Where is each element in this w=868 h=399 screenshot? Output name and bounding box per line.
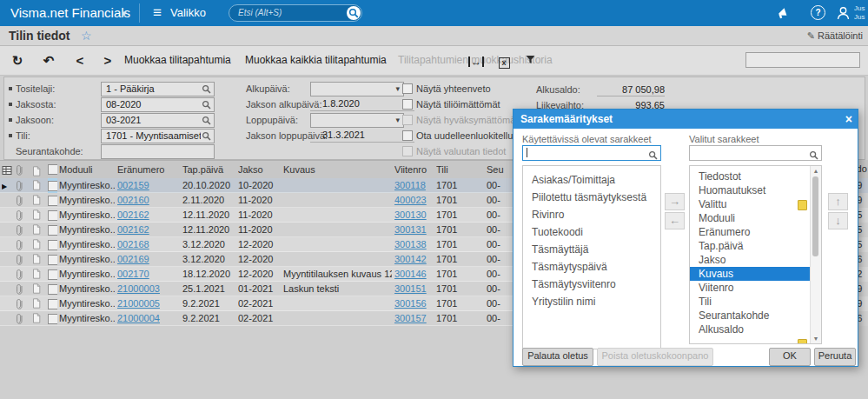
menu-icon[interactable]: ≡ <box>153 0 162 26</box>
note-icon[interactable] <box>32 282 46 296</box>
checkbox-2[interactable] <box>402 99 413 110</box>
available-column-item[interactable]: Täsmäytysviitenro <box>523 276 660 293</box>
available-search-input[interactable] <box>522 145 661 161</box>
available-column-item[interactable]: Tuotekoodi <box>523 223 660 241</box>
paperclip-icon[interactable] <box>16 208 30 223</box>
lookup-magnifier-icon[interactable] <box>202 100 211 113</box>
paperclip-icon[interactable] <box>16 282 30 296</box>
row-checkbox[interactable] <box>48 181 57 191</box>
note-icon[interactable] <box>32 223 46 237</box>
filter-lookup-input[interactable]: 03-2021 <box>101 113 215 128</box>
batch-number-link[interactable]: 002170 <box>117 269 149 279</box>
list-scrollbar[interactable]: ▲ ▼ <box>810 166 821 343</box>
row-checkbox[interactable] <box>48 284 57 295</box>
filter-lookup-input[interactable]: 08-2020 <box>101 97 215 112</box>
selected-column-item[interactable]: Tiedostot <box>690 170 811 183</box>
menu-button[interactable]: Valikko <box>170 0 206 26</box>
move-left-button[interactable]: ← <box>665 212 685 229</box>
batch-number-link[interactable]: 002168 <box>117 239 149 249</box>
grid-header-cell-date[interactable]: Tap.päivä <box>182 161 235 178</box>
edit-all-entries-button[interactable]: Muokkaa kaikkia tilitapahtumia <box>245 46 387 75</box>
available-column-item[interactable]: Piilotettu täsmäytyksestä <box>523 189 660 206</box>
paperclip-icon[interactable] <box>16 161 30 178</box>
search-icon[interactable] <box>347 6 361 20</box>
paperclip-icon[interactable] <box>16 193 30 208</box>
selected-search-input[interactable] <box>689 145 822 161</box>
user-icon[interactable] <box>836 5 851 24</box>
note-icon[interactable] <box>32 208 46 223</box>
checkbox-4[interactable] <box>402 130 413 141</box>
batch-number-link[interactable]: 002162 <box>117 224 149 235</box>
grid-settings-icon[interactable] <box>2 161 14 178</box>
reference-number-link[interactable]: 300151 <box>394 283 427 294</box>
available-column-item[interactable]: Täsmäyttäjä <box>523 241 660 258</box>
select-all-checkbox[interactable] <box>48 164 57 175</box>
reference-number-link[interactable]: 400023 <box>394 195 427 205</box>
reference-number-link[interactable]: 300138 <box>394 239 427 249</box>
available-column-item[interactable]: Täsmäytyspäivä <box>523 258 660 276</box>
row-checkbox[interactable] <box>48 225 57 236</box>
lookup-magnifier-icon[interactable] <box>202 84 211 97</box>
selected-column-item[interactable]: Alkusaldo <box>690 323 811 336</box>
note-icon[interactable] <box>32 193 46 208</box>
undo-icon[interactable]: ↶ <box>38 46 59 75</box>
note-icon[interactable] <box>32 178 46 193</box>
available-column-item[interactable]: Yritystilin nimi <box>523 293 660 310</box>
favorite-star-icon[interactable]: ☆ <box>81 26 92 45</box>
batch-number-link[interactable]: 002160 <box>117 195 149 205</box>
note-icon[interactable] <box>32 296 46 311</box>
chevron-down-icon[interactable]: ▾ <box>395 83 400 96</box>
move-up-button[interactable]: ↑ <box>828 193 848 210</box>
reference-number-link[interactable]: 300130 <box>394 209 427 220</box>
note-icon[interactable] <box>32 237 46 252</box>
user-name[interactable]: Jus Jus <box>854 4 868 22</box>
refresh-icon[interactable]: ↻ <box>7 46 28 75</box>
paperclip-icon[interactable] <box>16 178 30 193</box>
export-excel-icon[interactable]: x <box>494 46 514 75</box>
selected-column-item[interactable]: Moduuli <box>690 211 811 225</box>
selected-column-item[interactable]: Jakso <box>690 253 811 267</box>
row-checkbox[interactable] <box>48 269 57 280</box>
fit-width-icon[interactable]: ↔ <box>466 46 487 75</box>
selected-column-item[interactable]: Kuvaus <box>690 267 811 281</box>
ok-button[interactable]: OK <box>769 348 811 366</box>
row-checkbox[interactable] <box>48 299 57 309</box>
chevron-down-icon[interactable]: ▾ <box>395 114 400 127</box>
batch-number-link[interactable]: 21000004 <box>117 313 160 323</box>
cancel-button[interactable]: Peruuta <box>814 348 856 366</box>
row-checkbox[interactable] <box>48 240 57 250</box>
note-icon[interactable] <box>32 161 46 178</box>
filter-dropdown[interactable]: ▾ <box>310 113 404 128</box>
batch-number-link[interactable]: 002162 <box>117 209 149 220</box>
customization-button[interactable]: ✎Räätälöinti <box>807 26 863 45</box>
reference-number-link[interactable]: 300156 <box>394 298 427 309</box>
grid-header-cell-chk[interactable] <box>48 161 57 178</box>
reset-default-button[interactable]: Palauta oletus <box>522 348 593 366</box>
available-column-item[interactable]: Asiakas/Toimittaja <box>523 171 660 189</box>
global-search-input[interactable]: Etsi (Alt+S) <box>229 4 362 22</box>
previous-icon[interactable]: < <box>70 46 90 75</box>
edit-entries-button[interactable]: Muokkaa tilitapahtumia <box>124 46 231 75</box>
grid-header-cell-batch[interactable]: Eränumero <box>117 161 180 178</box>
row-checkbox[interactable] <box>48 255 57 265</box>
filter-lookup-input[interactable]: 1 - Pääkirja <box>101 82 215 96</box>
batch-number-link[interactable]: 21000003 <box>117 283 160 294</box>
lookup-magnifier-icon[interactable] <box>202 116 211 129</box>
dialog-title-bar[interactable]: Sarakemääritykset × <box>514 110 858 129</box>
app-title[interactable]: Visma.net Financials <box>10 0 130 26</box>
close-icon[interactable]: × <box>845 110 852 129</box>
reference-number-link[interactable]: 300142 <box>394 254 427 264</box>
row-checkbox[interactable] <box>48 196 57 206</box>
row-checkbox[interactable] <box>48 314 57 324</box>
note-icon[interactable] <box>32 311 46 326</box>
selected-column-item[interactable]: Huomautukset <box>690 183 811 197</box>
grid-header-cell-ref[interactable]: Viitenro <box>394 161 434 178</box>
selected-column-item[interactable]: Tap.päivä <box>690 239 811 253</box>
paperclip-icon[interactable] <box>16 296 30 311</box>
help-icon[interactable]: ? <box>811 5 825 20</box>
grid-header-cell-desc[interactable]: Kuvaus <box>283 161 392 178</box>
announcement-icon[interactable] <box>776 5 792 23</box>
selected-column-item[interactable]: Seurantakohde <box>690 309 811 323</box>
checkbox-1[interactable] <box>402 83 413 94</box>
chevron-down-icon[interactable]: ▾ <box>122 0 127 26</box>
